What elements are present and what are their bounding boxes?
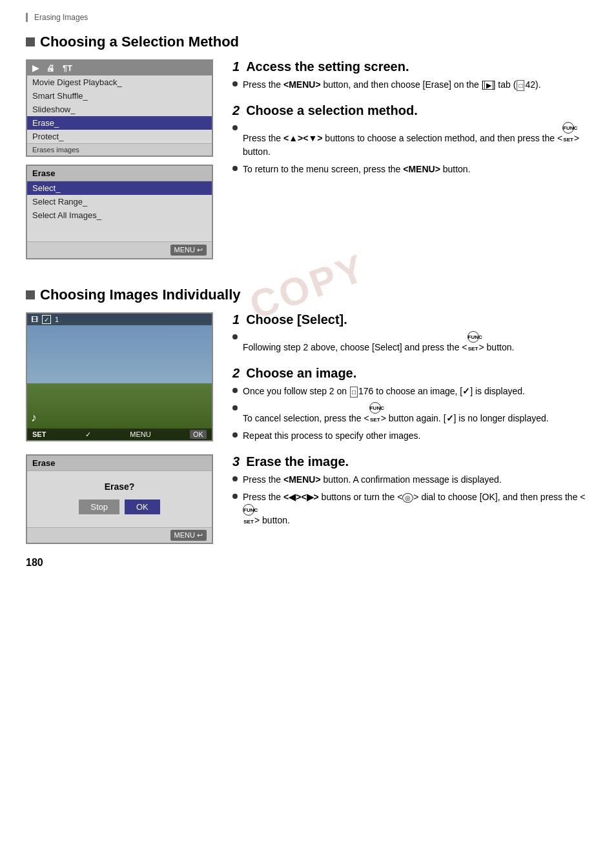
erase-dialog-title: Erase [27,456,212,471]
step-erase-image-title: Erase the image. [246,454,349,469]
camera-menu-header: ▶ 🖨 ¶T [27,61,212,76]
section2-body: 🎞 ✓ 1 ♪ SET ✓ MENU OK Erase Era [26,312,590,544]
bottom-menu[interactable]: MENU [130,430,150,438]
camera-menu: ▶ 🖨 ¶T Movie Digest Playback_ Smart Shuf… [26,59,213,157]
erase-dialog-footer: MENU ↩ [27,527,212,543]
ok-button[interactable]: OK [125,500,160,514]
step-choose-select-num: 1 [232,312,240,327]
camera-menu-footer: Erases images [27,143,212,156]
step-choose-image-title: Choose an image. [246,366,356,381]
check-mark: ✓ [44,316,49,323]
bullet-dot [232,125,238,130]
bullet-dot [232,388,238,393]
section2: Choosing Images Individually 🎞 ✓ 1 ♪ SET… [26,287,590,544]
step2-title: Choose a selection method. [246,103,418,118]
erase-dialog: Erase Erase? Stop OK MENU ↩ [26,454,213,544]
step2-bullet2: To return to the menu screen, press the … [232,163,590,176]
selection-item-all[interactable]: Select All Images_ [27,208,212,222]
step1-title: Access the setting screen. [246,59,409,74]
erase-question: Erase? [32,481,207,492]
section1-square-icon [26,37,35,46]
image-overlay-bar: 🎞 ✓ 1 [27,314,212,325]
step1-access: 1 Access the setting screen. Press the <… [232,59,590,92]
erase-image-bullet1: Press the <MENU> button. A confirmation … [232,473,590,487]
bullet-dot [232,432,238,438]
section1-title: Choosing a Selection Method [40,34,239,50]
section1-right: 1 Access the setting screen. Press the <… [232,59,590,267]
film-icon: 🎞 [31,316,38,323]
choose-image-bullet2: To cancel selection, press the <FUNC SET… [232,402,590,425]
bullet-dot [232,334,238,339]
erase-menu-back-btn[interactable]: MENU ↩ [170,530,207,541]
menu-item-protect[interactable]: Protect_ [27,130,212,143]
tab-play[interactable]: ▶ [32,63,39,73]
step2-choose-method: 2 Choose a selection method. Press the <… [232,103,590,176]
step-choose-select: 1 Choose [Select]. Following step 2 abov… [232,312,590,354]
bullet-dot [232,476,238,481]
tab-print[interactable]: 🖨 [46,63,55,73]
choose-image-bullet3: Repeat this process to specify other ima… [232,429,590,443]
camera-image-preview: 🎞 ✓ 1 ♪ SET ✓ MENU OK [26,312,213,441]
bullet-dot [232,81,238,86]
selection-item-range[interactable]: Select Range_ [27,195,212,208]
menu-item-smart[interactable]: Smart Shuffle_ [27,89,212,103]
selection-item-select[interactable]: Select_ [27,181,212,195]
bottom-check: ✓ [85,430,91,439]
menu-item-movie[interactable]: Movie Digest Playback_ [27,76,212,89]
choose-select-bullet1: Following step 2 above, choose [Select] … [232,331,590,354]
image-count: 1 [55,316,59,323]
selection-menu-footer: MENU ↩ [27,241,212,258]
erase-dialog-body: Erase? Stop OK [27,471,212,527]
section2-title: Choosing Images Individually [40,287,241,303]
step1-bullet1: Press the <MENU> button, and then choose… [232,78,590,92]
stop-button[interactable]: Stop [79,500,119,514]
page-number: 180 [26,557,590,569]
bullet-dot [232,405,238,410]
step-choose-select-title: Choose [Select]. [246,312,347,327]
erase-image-bullet2: Press the <◀><▶> buttons or turn the <◎>… [232,490,590,527]
check-icon-box: ✓ [42,315,51,324]
image-bottom-bar: SET ✓ MENU OK [27,429,212,440]
bullet-dot [232,166,238,171]
set-btn[interactable]: SET [32,430,46,438]
step1-num: 1 [232,59,240,74]
speaker-icon: ♪ [31,411,37,425]
menu-item-erase[interactable]: Erase_ [27,116,212,130]
bullet-dot [232,494,238,499]
step-choose-image-num: 2 [232,366,240,381]
step-erase-image-num: 3 [232,454,240,469]
section1-left: ▶ 🖨 ¶T Movie Digest Playback_ Smart Shuf… [26,59,213,267]
tab-settings[interactable]: ¶T [63,63,72,73]
step-choose-image: 2 Choose an image. Once you follow step … [232,366,590,443]
step2-num: 2 [232,103,240,118]
bottom-ok-btn[interactable]: OK [190,430,207,439]
step2-bullet1: Press the <▲><▼> buttons to choose a sel… [232,122,590,159]
choose-image-bullet1: Once you follow step 2 on □176 to choose… [232,385,590,398]
section2-square-icon [26,290,35,299]
menu-item-slideshow[interactable]: Slideshow_ [27,103,212,116]
menu-back-btn[interactable]: MENU ↩ [170,245,207,256]
selection-menu-title: Erase [27,166,212,181]
selection-menu: Erase Select_ Select Range_ Select All I… [26,165,213,259]
breadcrumb: Erasing Images [26,13,590,22]
erase-dialog-buttons: Stop OK [32,500,207,521]
section2-right: 1 Choose [Select]. Following step 2 abov… [232,312,590,544]
step-erase-image: 3 Erase the image. Press the <MENU> butt… [232,454,590,527]
section2-left: 🎞 ✓ 1 ♪ SET ✓ MENU OK Erase Era [26,312,213,544]
